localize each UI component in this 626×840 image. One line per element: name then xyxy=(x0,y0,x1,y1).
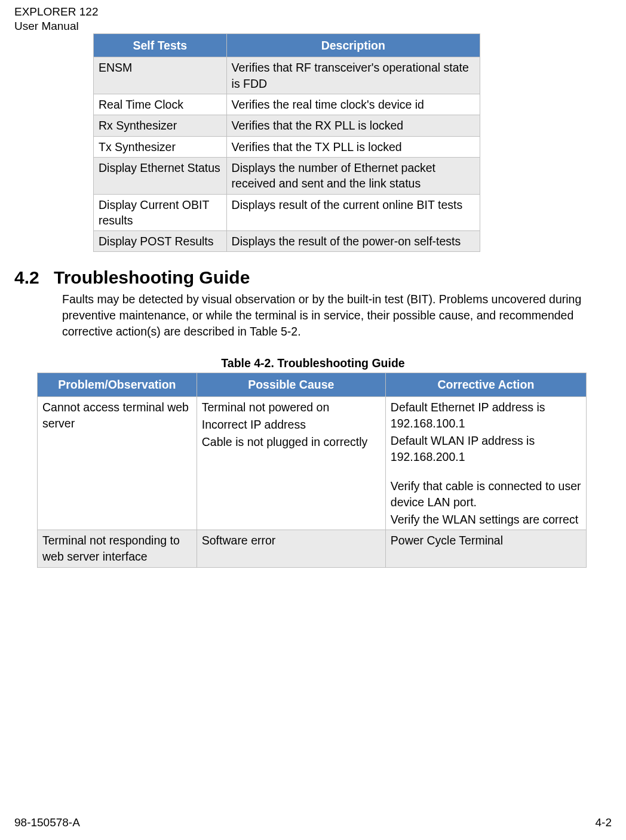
cell-desc: Displays result of the current online BI… xyxy=(226,194,480,231)
cell-test: Rx Synthesizer xyxy=(94,115,227,136)
table-row: Display Ethernet Status Displays the num… xyxy=(94,157,480,194)
col-self-tests: Self Tests xyxy=(94,34,227,57)
cell-desc: Verifies that the TX PLL is locked xyxy=(226,136,480,157)
section-heading: 4.2Troubleshooting Guide xyxy=(14,267,612,288)
cell-cause: Terminal not powered on Incorrect IP add… xyxy=(197,397,385,530)
page-header: EXPLORER 122 User Manual xyxy=(14,5,98,33)
doc-type: User Manual xyxy=(14,19,98,33)
cell-test: Real Time Clock xyxy=(94,94,227,115)
section-number: 4.2 xyxy=(14,267,54,288)
cell-action: Default Ethernet IP address is 192.168.1… xyxy=(385,397,586,530)
table-row: Tx Synthesizer Verifies that the TX PLL … xyxy=(94,136,480,157)
footer-doc-number: 98-150578-A xyxy=(14,816,80,829)
cell-line: Terminal not powered on xyxy=(202,399,380,416)
page-content: Self Tests Description ENSM Verifies tha… xyxy=(14,33,612,568)
cell-desc: Verifies the real time clock's device id xyxy=(226,94,480,115)
self-tests-table: Self Tests Description ENSM Verifies tha… xyxy=(93,33,480,252)
cell-test: ENSM xyxy=(94,57,227,94)
col-action: Corrective Action xyxy=(385,373,586,397)
table-row: Display POST Results Displays the result… xyxy=(94,231,480,252)
col-description: Description xyxy=(226,34,480,57)
cell-line: Incorrect IP address xyxy=(202,417,380,433)
table-row: Real Time Clock Verifies the real time c… xyxy=(94,94,480,115)
cell-line: Default Ethernet IP address is 192.168.1… xyxy=(391,399,581,432)
troubleshooting-table: Problem/Observation Possible Cause Corre… xyxy=(37,373,587,568)
table-header-row: Problem/Observation Possible Cause Corre… xyxy=(38,373,587,397)
table-header-row: Self Tests Description xyxy=(94,34,480,57)
cell-spacer xyxy=(391,466,581,477)
table-row: Rx Synthesizer Verifies that the RX PLL … xyxy=(94,115,480,136)
cell-line: Cable is not plugged in correctly xyxy=(202,434,380,450)
cell-problem: Cannot access terminal web server xyxy=(38,397,197,530)
cell-line: Verify that cable is connected to user d… xyxy=(391,478,581,510)
section-paragraph: Faults may be detected by visual observa… xyxy=(62,291,606,340)
table-caption: Table 4-2. Troubleshooting Guide xyxy=(14,356,612,370)
cell-desc: Displays the result of the power-on self… xyxy=(226,231,480,252)
cell-test: Display Ethernet Status xyxy=(94,157,227,194)
table-row: Cannot access terminal web server Termin… xyxy=(38,397,587,530)
cell-cause: Software error xyxy=(197,530,385,568)
col-problem: Problem/Observation xyxy=(38,373,197,397)
cell-test: Display POST Results xyxy=(94,231,227,252)
cell-line: Software error xyxy=(202,533,380,549)
cell-test: Tx Synthesizer xyxy=(94,136,227,157)
cell-test: Display Current OBIT results xyxy=(94,194,227,231)
cell-desc: Verifies that the RX PLL is locked xyxy=(226,115,480,136)
cell-desc: Displays the number of Ethernet packet r… xyxy=(226,157,480,194)
cell-line: Cannot access terminal web server xyxy=(42,399,192,432)
cell-action: Power Cycle Terminal xyxy=(385,530,586,568)
cell-desc: Verifies that RF transceiver's operation… xyxy=(226,57,480,94)
section-title: Troubleshooting Guide xyxy=(54,267,250,287)
cell-line: Verify the WLAN settings are correct xyxy=(391,512,581,528)
table-row: ENSM Verifies that RF transceiver's oper… xyxy=(94,57,480,94)
footer-page-number: 4-2 xyxy=(596,816,612,829)
cell-line: Default WLAN IP address is 192.168.200.1 xyxy=(391,433,581,465)
cell-problem: Terminal not responding to web server in… xyxy=(38,530,197,568)
col-cause: Possible Cause xyxy=(197,373,385,397)
doc-id: EXPLORER 122 xyxy=(14,5,98,19)
cell-line: Terminal not responding to web server in… xyxy=(42,533,192,565)
cell-line: Power Cycle Terminal xyxy=(391,533,581,549)
table-row: Terminal not responding to web server in… xyxy=(38,530,587,568)
table-row: Display Current OBIT results Displays re… xyxy=(94,194,480,231)
